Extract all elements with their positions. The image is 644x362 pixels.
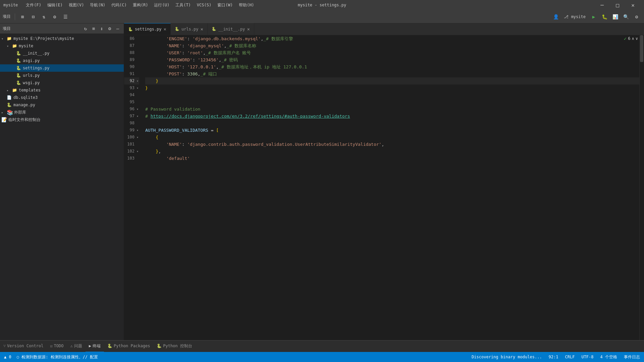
fold-indicator[interactable]: ▾ (136, 134, 139, 141)
tree-item-mysite-folder[interactable]: ▾ 📁 mysite (0, 42, 124, 50)
minimize-button[interactable]: ─ (594, 0, 610, 10)
sidebar-sort-button[interactable]: ↕ (98, 25, 105, 32)
tab-problems[interactable]: ⚠ 问题 (67, 341, 86, 352)
line-num-89: 89 (124, 56, 136, 63)
tree-item-external[interactable]: ▸ 📚 外部库 (0, 109, 124, 116)
tab-label: Python Packages (114, 344, 150, 348)
menu-item-导航(N)[interactable]: 导航(N) (87, 1, 108, 9)
menu-item-工具(T)[interactable]: 工具(T) (173, 1, 194, 9)
code-line-91: 'POST' : 3306 , _# 端口 (145, 70, 639, 77)
tab-close-settings[interactable]: × (163, 26, 166, 32)
settings2-button[interactable]: ⚙ (632, 12, 641, 21)
tab-python-packages[interactable]: 🐍 Python Packages (104, 341, 153, 352)
settings-button[interactable]: ⚙ (50, 12, 59, 21)
code-area[interactable]: 'ENGINE' : 'django.db.backends.mysql' , … (143, 35, 639, 352)
status-info[interactable]: ○ 检测到数据源: 检测到连接属性。// 配置 (15, 354, 100, 360)
search-button[interactable]: 🔍 (621, 12, 631, 21)
sort-button[interactable]: ⇅ (39, 12, 49, 21)
tree-item-init[interactable]: 🐍 __init__.py (0, 50, 124, 57)
sidebar-settings-button[interactable]: ⚙ (106, 25, 113, 32)
sidebar-hide-button[interactable]: — (114, 25, 121, 32)
gutter-row-88: 88 (124, 49, 139, 56)
line-num-90: 90 (124, 63, 136, 70)
tree-item-db[interactable]: 📄 db.sqlite3 (0, 94, 124, 101)
scrollbar-thumb[interactable] (640, 35, 643, 62)
tree-item-templates[interactable]: ▸ 📁 templates (0, 86, 124, 94)
fold-indicator[interactable]: ▾ (136, 113, 139, 120)
gutter-row-89: 89 (124, 56, 139, 63)
status-errors[interactable]: ▲ 0 (3, 355, 13, 359)
editor-scrollbar[interactable] (639, 35, 644, 352)
tab-todo[interactable]: ☑ TODO (47, 341, 67, 352)
status-cursor[interactable]: 92:1 (547, 355, 560, 359)
fold-indicator[interactable]: ▾ (136, 106, 139, 113)
fold-indicator[interactable]: ▾ (136, 84, 139, 92)
tree-item-label: settings.py (23, 66, 49, 70)
run-button[interactable]: ▶ (589, 12, 598, 21)
py-icon: 🐍 (16, 58, 22, 63)
tree-item-urls[interactable]: 🐍 urls.py (0, 72, 124, 79)
tab-icon: 🐍 (175, 27, 179, 31)
menu-item-窗口(W)[interactable]: 窗口(W) (215, 1, 235, 9)
status-csdn: 事件日志 (623, 354, 641, 360)
tree-item-scratch[interactable]: 📝 临时文件和控制台 (0, 116, 124, 123)
menu-item-视图(V)[interactable]: 视图(V) (66, 1, 87, 9)
menu-item-重构(R)[interactable]: 重构(R) (130, 1, 151, 9)
line-num-95: 95 (124, 99, 136, 106)
status-indent[interactable]: 4 个空格 (599, 354, 619, 360)
line-num-92: 92 (124, 77, 136, 84)
tab-version-control[interactable]: ⑂ Version Control (0, 341, 47, 352)
menu-item-运行(U)[interactable]: 运行(U) (151, 1, 172, 9)
menu-item-VCS(S)[interactable]: VCS(S) (194, 1, 214, 9)
close-button[interactable]: ✕ (625, 0, 641, 10)
menu-item-帮助(H)[interactable]: 帮助(H) (236, 1, 257, 9)
tab-urls[interactable]: 🐍 urls.py × (171, 23, 208, 35)
py-icon: 🐍 (16, 80, 22, 85)
debug-button[interactable]: 🐛 (600, 12, 609, 21)
hide-button[interactable]: ☰ (61, 12, 70, 21)
line-num-101: 101 (124, 141, 136, 148)
maximize-button[interactable]: □ (610, 0, 625, 10)
fold-indicator[interactable]: ▾ (136, 77, 139, 84)
menu-item-代码(C)[interactable]: 代码(C) (109, 1, 129, 9)
gutter-row-100: 100 ▾ (124, 134, 139, 141)
menu-item-编辑(E)[interactable]: 编辑(E) (45, 1, 65, 9)
tree-item-asgi[interactable]: 🐍 asgi.py (0, 57, 124, 64)
fold-indicator[interactable]: ▾ (136, 127, 139, 134)
python-console-icon: 🐍 (157, 344, 162, 348)
editor-content[interactable]: ✓ 6 ∧ ∨ 86 87 88 8 (124, 35, 644, 352)
tab-python-console[interactable]: 🐍 Python 控制台 (153, 341, 196, 352)
tree-item-wsgi[interactable]: 🐍 wsgi.py (0, 79, 124, 86)
line-number-gutter: 86 87 88 89 90 (124, 35, 143, 352)
status-line-ending[interactable]: CRLF (564, 355, 576, 359)
code-line-94 (145, 92, 639, 99)
tree-item-settings[interactable]: 🐍 settings.py (0, 64, 124, 72)
menu-item-文件(F)[interactable]: 文件(F) (23, 1, 44, 9)
tree-item-manage[interactable]: 🐍 manage.py (0, 101, 124, 109)
expand-all-button[interactable]: ⊞ (18, 12, 27, 21)
tab-terminal[interactable]: ▶ 终端 (86, 341, 104, 352)
tab-settings[interactable]: 🐍 settings.py × (124, 23, 171, 35)
python-icon: 🐍 (107, 344, 112, 348)
tab-init[interactable]: 🐍 __init__.py × (208, 23, 254, 35)
branch-button[interactable]: ⎇ mysite (562, 12, 588, 21)
sidebar-sync-button[interactable]: ↻ (82, 25, 89, 32)
gutter-row-99: 99 ▾ (124, 127, 139, 134)
line-num-91: 91 (124, 70, 136, 77)
tab-close-urls[interactable]: × (201, 26, 203, 32)
app-name: mysite (3, 3, 18, 7)
gutter-row-97: 97 ▾ (124, 113, 139, 120)
tree-item-root[interactable]: ▾ 📁 mysite E:\Projects\mysite (0, 35, 124, 42)
line-num-86: 86 (124, 35, 136, 42)
tree-arrow: ▸ (7, 88, 12, 92)
user-button[interactable]: 👤 (551, 12, 560, 21)
profile-button[interactable]: 📊 (610, 12, 620, 21)
collapse-all-button[interactable]: ⊟ (29, 12, 38, 21)
fold-indicator[interactable]: ▾ (136, 148, 139, 155)
tab-close-init[interactable]: × (247, 26, 250, 32)
code-line-97: # https://docs.djangoproject.com/en/3.2/… (145, 113, 639, 120)
sidebar-collapse-button[interactable]: ≡ (90, 25, 97, 32)
status-encoding[interactable]: UTF-8 (580, 355, 595, 359)
folder-icon: 📁 (12, 44, 18, 48)
line-num-103: 103 (124, 155, 136, 162)
